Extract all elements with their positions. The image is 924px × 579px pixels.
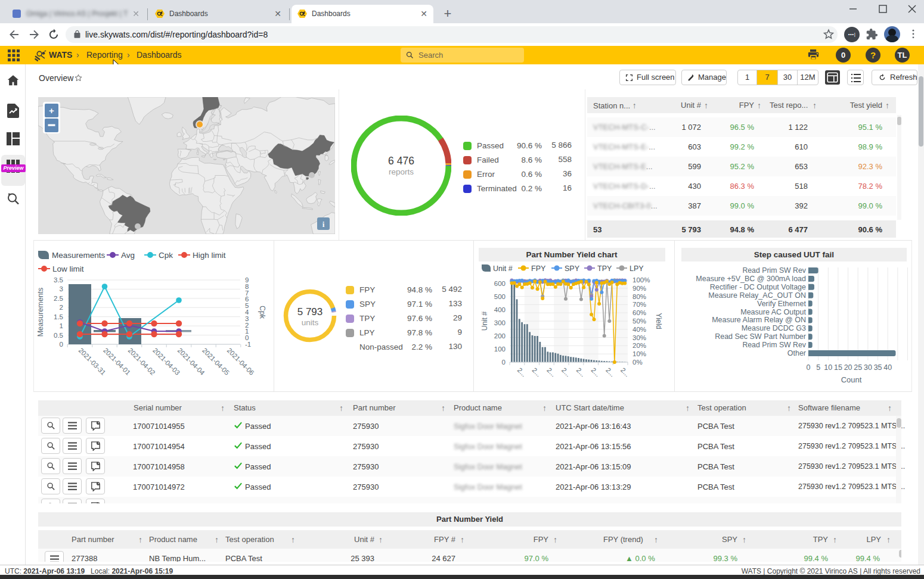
svg-text:25: 25 — [854, 363, 862, 372]
svg-text:FPY: FPY — [531, 264, 546, 273]
svg-text:Other: Other — [787, 349, 806, 357]
svg-text:Cpk: Cpk — [258, 306, 266, 319]
svg-text:Measure Relay_AC_OUT ON: Measure Relay_AC_OUT ON — [708, 291, 806, 300]
svg-text:2...: 2... — [619, 366, 631, 378]
svg-text:Yield: Yield — [655, 313, 663, 329]
svg-text:LPY: LPY — [630, 264, 644, 273]
svg-text:5: 5 — [816, 363, 820, 372]
svg-text:60%: 60% — [632, 309, 646, 316]
svg-text:Unit #: Unit # — [493, 264, 513, 273]
svg-text:Read Sec SW Part Number: Read Sec SW Part Number — [715, 332, 806, 341]
svg-text:0%: 0% — [632, 359, 643, 366]
svg-text:2...: 2... — [590, 366, 601, 378]
svg-text:High limit: High limit — [193, 251, 226, 260]
svg-text:40%: 40% — [632, 326, 646, 333]
svg-text:80%: 80% — [632, 293, 646, 300]
svg-text:TPY: TPY — [597, 264, 612, 273]
svg-text:15: 15 — [834, 363, 842, 372]
svg-text:Measure Alarm Relay @ ON: Measure Alarm Relay @ ON — [712, 316, 806, 324]
svg-text:0: 0 — [807, 363, 811, 372]
svg-text:10%: 10% — [632, 350, 646, 357]
svg-text:300: 300 — [494, 319, 506, 326]
svg-text:3.5: 3.5 — [54, 276, 63, 284]
svg-text:40: 40 — [883, 363, 892, 372]
svg-text:Avg: Avg — [121, 251, 135, 260]
svg-text:SPY: SPY — [565, 264, 580, 273]
svg-text:20: 20 — [844, 363, 852, 372]
svg-text:50%: 50% — [632, 317, 646, 325]
svg-text:500: 500 — [494, 293, 506, 300]
svg-text:Step caused UUT fail: Step caused UUT fail — [754, 250, 834, 259]
svg-text:Unit #: Unit # — [480, 312, 489, 331]
svg-text:100: 100 — [494, 345, 506, 353]
svg-text:0.5: 0.5 — [54, 332, 63, 339]
svg-text:35: 35 — [874, 363, 882, 372]
svg-text:Read Prim SW Rev: Read Prim SW Rev — [742, 341, 806, 349]
svg-text:i: i — [323, 220, 325, 229]
svg-text:2...: 2... — [604, 366, 616, 378]
svg-text:600: 600 — [494, 280, 506, 287]
svg-text:Measure DCDC G3: Measure DCDC G3 — [742, 324, 806, 332]
svg-text:2...: 2... — [545, 366, 557, 378]
svg-text:2...: 2... — [531, 366, 542, 378]
svg-text:Read Prim SW Rev: Read Prim SW Rev — [742, 266, 806, 275]
svg-text:2...: 2... — [560, 366, 572, 378]
svg-text:+: + — [49, 105, 54, 116]
svg-text:Part Number Yield chart: Part Number Yield chart — [526, 250, 618, 259]
svg-text:400: 400 — [494, 306, 506, 313]
svg-text:70%: 70% — [632, 301, 646, 308]
svg-text:200: 200 — [494, 332, 506, 340]
svg-text:100%: 100% — [632, 276, 650, 284]
svg-text:Measure AC Output: Measure AC Output — [740, 308, 806, 316]
svg-text:30: 30 — [864, 363, 872, 372]
svg-text:Cpk: Cpk — [159, 251, 173, 260]
svg-text:Low limit: Low limit — [52, 264, 84, 273]
svg-text:2...: 2... — [516, 366, 528, 378]
svg-text:Verify Ethernet: Verify Ethernet — [757, 300, 807, 308]
svg-text:Measurements: Measurements — [52, 251, 106, 260]
svg-text:2...: 2... — [575, 366, 587, 378]
svg-text:2.5: 2.5 — [54, 295, 63, 302]
svg-text:30%: 30% — [632, 334, 646, 341]
svg-text:Measure +5V_BC @ 300mA load: Measure +5V_BC @ 300mA load — [696, 275, 806, 283]
svg-text:3: 3 — [60, 285, 63, 292]
svg-text:0: 0 — [60, 341, 63, 348]
svg-text:Rectifier - DC Output Voltage: Rectifier - DC Output Voltage — [710, 283, 806, 291]
svg-text:Count: Count — [841, 375, 862, 384]
svg-text:-1: -1 — [245, 341, 251, 348]
svg-text:20%: 20% — [632, 342, 646, 349]
svg-text:0: 0 — [502, 359, 506, 366]
svg-text:90%: 90% — [632, 285, 646, 292]
svg-text:Measurements: Measurements — [36, 288, 45, 337]
svg-text:1.5: 1.5 — [54, 313, 63, 320]
svg-text:10: 10 — [824, 363, 832, 372]
svg-text:1: 1 — [60, 322, 63, 329]
svg-text:2: 2 — [60, 304, 63, 311]
